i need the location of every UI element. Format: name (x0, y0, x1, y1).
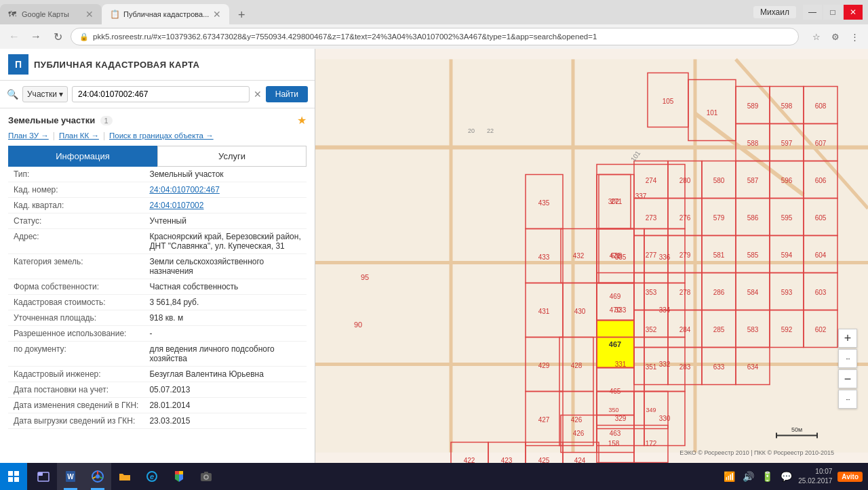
start-button[interactable] (0, 463, 27, 490)
bookmark-button[interactable]: ☆ (808, 28, 825, 45)
info-tabs: Информация Услуги (8, 146, 307, 167)
search-button[interactable]: Найти (266, 86, 308, 102)
svg-text:463: 463 (610, 430, 621, 437)
table-row: Кад. квартал:24:04:0107002 (8, 198, 307, 213)
taskbar-icon-explorer[interactable] (30, 463, 57, 490)
map-extra-button[interactable]: ··· (838, 390, 857, 409)
field-label: Кад. номер: (8, 182, 144, 198)
window-controls: Михаил — □ ✕ (748, 0, 868, 24)
tab-information[interactable]: Информация (8, 146, 157, 167)
svg-line-182 (93, 477, 96, 479)
taskbar-icon-maps[interactable] (165, 463, 193, 490)
field-label: по документу: (8, 342, 144, 367)
field-label: Статус: (8, 213, 144, 229)
map-container[interactable]: 101 105 608 607 606 605 604 603 602 (315, 49, 868, 463)
field-label: Адрес: (8, 229, 144, 254)
svg-text:331: 331 (615, 361, 627, 368)
tab-close-google-maps[interactable]: ✕ (85, 9, 94, 20)
zoom-out-button[interactable]: − (838, 369, 857, 388)
svg-rect-187 (204, 472, 208, 474)
svg-text:597: 597 (781, 140, 793, 147)
search-type-dropdown[interactable]: Участки ▾ (22, 86, 68, 102)
table-row: Уточненная площадь:918 кв. м (8, 310, 307, 326)
new-tab-button[interactable]: + (232, 5, 251, 24)
back-button[interactable]: ← (5, 28, 23, 45)
svg-text:95: 95 (361, 273, 369, 281)
svg-text:336: 336 (659, 253, 671, 261)
search-boundaries-link[interactable]: Поиск в границах объекта → (109, 131, 214, 140)
minimize-button[interactable]: — (803, 5, 822, 20)
svg-text:172: 172 (646, 440, 657, 447)
svg-text:589: 589 (747, 102, 759, 110)
taskbar-icon-word[interactable]: W (57, 463, 84, 490)
search-bar: 🔍 Участки ▾ ✕ Найти (0, 81, 315, 108)
table-row: Кадастровая стоимость:3 561,84 руб. (8, 295, 307, 310)
search-clear-icon[interactable]: ✕ (254, 89, 262, 100)
svg-text:285: 285 (713, 326, 725, 333)
tab-cadastre[interactable]: 📋 Публичная кадастрова... ✕ (102, 4, 229, 24)
results-panel: Земельные участки 1 ★ План ЗУ → | План К… (0, 108, 315, 434)
ssl-lock-icon: 🔒 (79, 33, 89, 41)
zoom-dots-button[interactable]: ··· (838, 349, 857, 368)
tray-volume-icon[interactable]: 🔊 (741, 470, 755, 483)
avito-badge[interactable]: Avito (837, 472, 863, 482)
settings-button[interactable]: ⚙ (827, 28, 844, 45)
svg-text:595: 595 (781, 214, 793, 222)
field-value: Безуглая Валентина Юрьевна (144, 367, 307, 382)
taskbar-icon-chrome[interactable] (84, 463, 111, 490)
svg-text:585: 585 (747, 251, 759, 259)
svg-text:101: 101 (707, 109, 718, 117)
field-value[interactable]: 24:04:0107002 (144, 198, 307, 213)
svg-text:579: 579 (713, 214, 725, 222)
plan-kk-link[interactable]: План КК → (59, 131, 99, 140)
field-label: Категория земель: (8, 254, 144, 279)
field-value[interactable]: 24:04:0107002:467 (144, 182, 307, 198)
plan-zu-link[interactable]: План ЗУ → (8, 131, 49, 140)
svg-text:353: 353 (646, 289, 657, 296)
close-button[interactable]: ✕ (844, 5, 863, 20)
zoom-in-button[interactable]: + (838, 329, 857, 348)
svg-text:90: 90 (354, 321, 362, 329)
table-row: Категория земель:Земли сельскохозяйствен… (8, 254, 307, 279)
svg-text:427: 427 (538, 416, 550, 424)
svg-text:638: 638 (611, 252, 623, 260)
forward-button[interactable]: → (27, 28, 45, 45)
svg-text:20: 20 (468, 127, 475, 134)
menu-button[interactable]: ⋮ (846, 28, 863, 45)
tab-google-maps[interactable]: 🗺 Google Карты ✕ (0, 4, 102, 24)
svg-text:584: 584 (747, 289, 759, 296)
tab-services[interactable]: Услуги (157, 146, 307, 167)
field-value: - (144, 326, 307, 342)
maximize-button[interactable]: □ (823, 5, 842, 20)
svg-text:433: 433 (538, 253, 550, 261)
svg-text:286: 286 (713, 289, 725, 296)
field-label: Дата постановки на учет: (8, 382, 144, 398)
svg-text:332: 332 (659, 361, 671, 368)
svg-text:587: 587 (747, 177, 759, 184)
tab-bar: 🗺 Google Карты ✕ 📋 Публичная кадастрова.… (0, 0, 868, 24)
search-input[interactable] (72, 86, 250, 102)
table-row: Тип:Земельный участок (8, 167, 307, 182)
table-row: Форма собственности:Частная собственност… (8, 279, 307, 295)
tab-title-google-maps: Google Карты (22, 10, 81, 18)
svg-text:e: e (150, 472, 154, 481)
svg-text:608: 608 (815, 102, 827, 110)
system-tray: 📶 🔊 🔋 💬 10:07 25.02.2017 Avito (717, 463, 868, 490)
tray-battery-icon[interactable]: 🔋 (760, 470, 774, 483)
taskbar-icon-camera[interactable] (193, 463, 220, 490)
field-value: 28.01.2014 (144, 398, 307, 413)
url-text: pkk5.rosreestr.ru/#x=10379362.673473028&… (93, 33, 597, 41)
tray-notification-icon[interactable]: 💬 (779, 470, 793, 483)
favorite-star-icon[interactable]: ★ (297, 114, 307, 127)
main-content: П ПУБЛИЧНАЯ КАДАСТРОВАЯ КАРТА 🔍 Участки … (0, 49, 868, 463)
map-copyright: ЕЭКО © Росреестр 2010 | ПКК © Росреестр … (679, 449, 834, 456)
taskbar-icon-ie[interactable]: e (138, 463, 165, 490)
taskbar-icon-folder[interactable] (111, 463, 138, 490)
table-row: Кад. номер:24:04:0107002:467 (8, 182, 307, 198)
svg-text:594: 594 (781, 251, 793, 259)
results-title: Земельные участки (8, 115, 95, 125)
tab-close-cadastre[interactable]: ✕ (213, 9, 221, 20)
logo-icon: П (8, 54, 28, 75)
tray-network-icon[interactable]: 📶 (722, 470, 736, 483)
reload-button[interactable]: ↻ (49, 28, 66, 45)
